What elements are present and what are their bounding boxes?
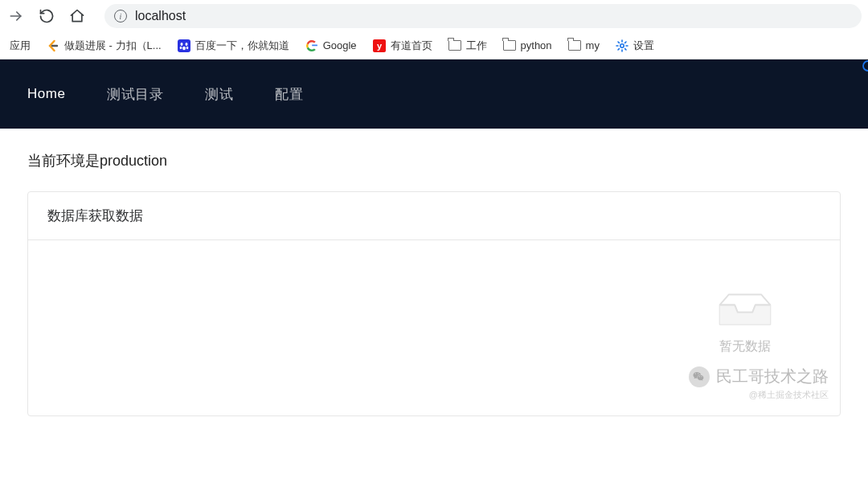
nav-test[interactable]: 测试 — [205, 85, 233, 104]
bookmark-label: 设置 — [633, 39, 654, 53]
home-button[interactable] — [68, 8, 87, 24]
svg-point-3 — [185, 43, 187, 46]
empty-text: 暂无数据 — [719, 338, 771, 355]
watermark-title: 民工哥技术之路 — [716, 366, 829, 387]
bookmark-leetcode[interactable]: 做题进展 - 力扣（L... — [40, 35, 168, 56]
folder-icon — [503, 39, 516, 52]
bookmark-folder-work[interactable]: 工作 — [442, 35, 493, 56]
baidu-icon — [178, 39, 190, 52]
bookmark-label: 百度一下，你就知道 — [195, 39, 289, 53]
nav-config[interactable]: 配置 — [275, 85, 303, 104]
watermark-sub: @稀土掘金技术社区 — [749, 389, 829, 401]
svg-point-6 — [186, 46, 188, 49]
bookmark-label: 应用 — [10, 39, 31, 53]
bookmark-label: Google — [323, 39, 357, 51]
bookmark-label: my — [586, 39, 600, 51]
bookmark-label: 有道首页 — [391, 39, 432, 53]
bookmark-google[interactable]: Google — [299, 36, 363, 55]
svg-point-5 — [179, 46, 182, 49]
reload-button[interactable] — [37, 8, 56, 24]
bookmark-label: python — [521, 39, 552, 51]
bookmark-apps[interactable]: 应用 — [3, 35, 37, 56]
youdao-icon: y — [373, 39, 386, 52]
content-area: 当前环境是production 数据库获取数据 暂无数据 — [0, 129, 868, 416]
watermark: 民工哥技术之路 @稀土掘金技术社区 — [689, 366, 829, 401]
leetcode-icon — [47, 39, 59, 52]
bookmark-settings[interactable]: 设置 — [609, 35, 661, 56]
address-bar[interactable]: i localhost — [104, 4, 862, 28]
env-label: 当前环境是production — [27, 151, 841, 170]
card-title: 数据库获取数据 — [28, 192, 840, 240]
bookmark-youdao[interactable]: y 有道首页 — [366, 35, 439, 56]
empty-inbox-icon — [715, 290, 775, 329]
site-info-icon[interactable]: i — [114, 10, 127, 23]
data-card: 数据库获取数据 暂无数据 民工哥技术之 — [27, 191, 841, 416]
card-body: 暂无数据 民工哥技术之路 @稀土掘金技术社区 — [28, 240, 840, 415]
browser-toolbar: i localhost — [0, 0, 868, 32]
svg-rect-1 — [178, 39, 190, 52]
bookmark-folder-my[interactable]: my — [562, 36, 606, 55]
empty-state: 暂无数据 — [697, 290, 793, 355]
wechat-icon — [689, 366, 710, 387]
bookmark-overflow-icon[interactable] — [862, 59, 868, 76]
nav-test-dir[interactable]: 测试目录 — [107, 85, 163, 104]
bookmark-baidu[interactable]: 百度一下，你就知道 — [171, 35, 296, 56]
bookmark-label: 做题进展 - 力扣（L... — [64, 39, 162, 53]
svg-text:y: y — [376, 41, 382, 51]
gear-icon — [616, 39, 628, 52]
url-text: localhost — [135, 9, 186, 23]
bookmarks-bar: 应用 做题进展 - 力扣（L... 百度一下，你就知道 Google y 有道首… — [0, 32, 868, 59]
google-icon — [305, 39, 318, 52]
bookmark-label: 工作 — [466, 39, 487, 53]
svg-point-2 — [180, 43, 182, 46]
folder-icon — [568, 39, 581, 52]
bookmark-folder-python[interactable]: python — [497, 36, 559, 55]
forward-button[interactable] — [6, 8, 26, 24]
svg-point-4 — [182, 46, 186, 49]
folder-icon — [448, 39, 461, 52]
nav-home[interactable]: Home — [27, 86, 65, 102]
app-nav: Home 测试目录 测试 配置 — [0, 59, 868, 129]
svg-point-9 — [620, 43, 624, 47]
